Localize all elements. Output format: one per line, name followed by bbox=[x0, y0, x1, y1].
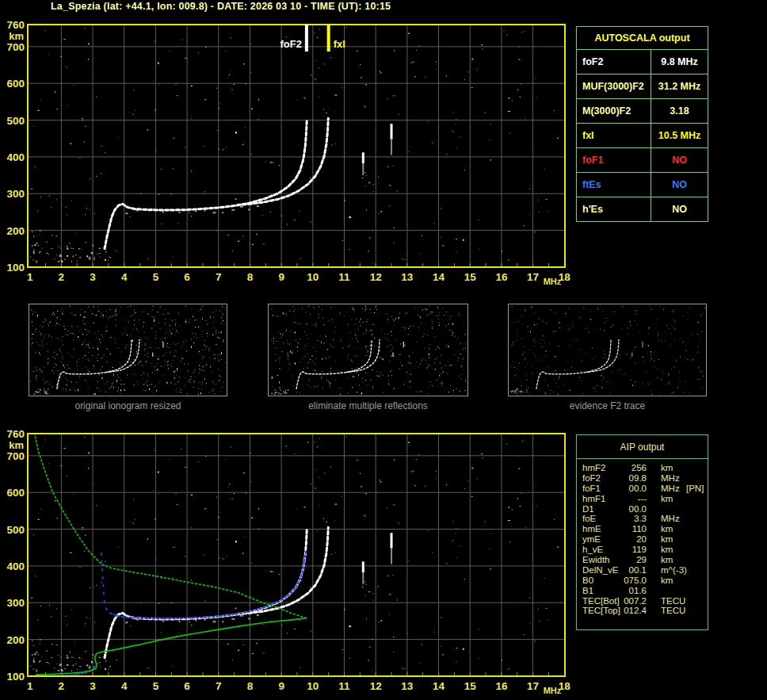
x-tick-label: 11 bbox=[338, 271, 350, 283]
x-tick-label: 3 bbox=[90, 680, 96, 692]
autoscala-param-label: foF2 bbox=[577, 50, 651, 74]
aip-row: hmF1---km bbox=[577, 494, 708, 504]
autoscala-param-label: fxI bbox=[577, 124, 651, 147]
autoscala-param-label: h'Es bbox=[577, 197, 651, 221]
marker-label-foF2: foF2 bbox=[280, 38, 301, 50]
aip-param-label: foE bbox=[582, 514, 596, 524]
y-tick-label: 400 bbox=[6, 560, 25, 572]
profile-plot-bottom: 123456789101112131415161718MHz7607006005… bbox=[0, 430, 574, 698]
thumbnail-caption-3: evidence F2 trace bbox=[508, 400, 707, 411]
x-tick-label: 7 bbox=[216, 680, 222, 692]
y-tick-label: 500 bbox=[6, 524, 25, 536]
x-tick-label: 13 bbox=[401, 271, 414, 283]
aip-row: D100.0 bbox=[577, 504, 708, 514]
aip-param-label: hmE bbox=[582, 524, 601, 534]
autoscala-param-value: NO bbox=[651, 148, 708, 172]
aip-param-label: h_vE bbox=[582, 545, 603, 555]
aip-row: DelN_vE00.1m^(-3) bbox=[577, 565, 708, 576]
x-tick-label: 16 bbox=[495, 680, 508, 692]
aip-param-unit: km bbox=[661, 576, 673, 586]
x-tick-label: 10 bbox=[307, 680, 319, 692]
autoscala-param-label: MUF(3000)F2 bbox=[577, 75, 651, 98]
y-axis-unit-label: km bbox=[9, 30, 24, 42]
x-tick-label: 1 bbox=[27, 271, 33, 283]
x-tick-label: 9 bbox=[278, 680, 284, 692]
x-tick-label: 2 bbox=[59, 271, 65, 283]
aip-panel-title: AIP output bbox=[577, 435, 708, 459]
autoscala-row: fxI10.5 MHz bbox=[577, 124, 708, 148]
autoscala-panel-title: AUTOSCALA output bbox=[577, 27, 708, 50]
aip-param-value: 01.6 bbox=[612, 586, 647, 596]
aip-param-unit: km bbox=[661, 463, 673, 473]
aip-param-label: ymE bbox=[582, 534, 601, 545]
aip-param-label: B1 bbox=[582, 586, 593, 596]
autoscala-param-label: ftEs bbox=[577, 173, 651, 197]
autoscala-rows: foF29.8 MHzMUF(3000)F231.2 MHzM(3000)F23… bbox=[577, 50, 708, 221]
aip-param-unit: TECU bbox=[661, 596, 685, 606]
y-tick-label: 300 bbox=[6, 188, 25, 200]
x-tick-label: 8 bbox=[247, 271, 254, 283]
aip-row: hmE110km bbox=[577, 524, 708, 534]
aip-param-value: 29 bbox=[612, 555, 647, 565]
x-tick-label: 12 bbox=[370, 271, 382, 283]
x-tick-label: 7 bbox=[216, 271, 222, 283]
aip-param-unit: MHz bbox=[661, 514, 680, 524]
x-tick-label: 6 bbox=[184, 271, 190, 283]
x-tick-label: 8 bbox=[247, 680, 254, 692]
x-tick-label: 17 bbox=[527, 680, 539, 692]
aip-param-value: 00.0 bbox=[612, 504, 647, 514]
aip-param-value: 3.3 bbox=[612, 514, 647, 524]
marker-label-fxI: fxI bbox=[334, 38, 345, 50]
y-tick-label: 600 bbox=[6, 78, 25, 90]
aip-param-label: hmF2 bbox=[582, 463, 605, 473]
aip-param-unit: TECU bbox=[661, 606, 685, 616]
aip-param-unit: km bbox=[661, 494, 673, 504]
y-tick-label: 300 bbox=[6, 597, 25, 609]
aip-param-value: 00.0 bbox=[612, 484, 647, 494]
aip-param-value: 075.0 bbox=[612, 576, 647, 586]
x-tick-label: 9 bbox=[278, 271, 284, 283]
x-tick-label: 12 bbox=[370, 680, 382, 692]
aip-param-unit: km bbox=[661, 545, 673, 555]
x-tick-label: 10 bbox=[307, 271, 319, 283]
aip-row: foF209.8MHz bbox=[577, 473, 708, 484]
aip-row: ymE20km bbox=[577, 534, 708, 545]
y-tick-label: 760 bbox=[6, 20, 25, 31]
y-tick-label: 700 bbox=[6, 450, 25, 462]
aip-param-unit: km bbox=[661, 534, 673, 545]
aip-param-label: B0 bbox=[582, 576, 593, 586]
aip-param-label: foF1 bbox=[582, 484, 601, 494]
x-axis-unit-label: MHz bbox=[544, 686, 562, 695]
y-tick-label: 100 bbox=[6, 262, 25, 273]
x-tick-label: 5 bbox=[153, 271, 159, 283]
y-tick-label: 600 bbox=[6, 487, 25, 499]
aip-param-unit: m^(-3) bbox=[661, 565, 687, 576]
aip-param-value: 119 bbox=[612, 545, 647, 555]
x-tick-label: 1 bbox=[27, 680, 33, 692]
x-axis-unit-label: MHz bbox=[544, 277, 562, 286]
aip-param-value: 00.1 bbox=[612, 565, 647, 576]
x-tick-label: 13 bbox=[401, 680, 414, 692]
aip-param-value: 09.8 bbox=[612, 473, 647, 484]
x-tick-label: 5 bbox=[153, 680, 159, 692]
x-tick-label: 14 bbox=[433, 271, 445, 283]
x-tick-label: 4 bbox=[121, 680, 128, 692]
x-tick-label: 3 bbox=[90, 271, 96, 283]
aip-param-label: Ewidth bbox=[582, 555, 610, 565]
x-tick-label: 6 bbox=[184, 680, 190, 692]
aip-param-value: 20 bbox=[612, 534, 647, 545]
aip-param-unit: km bbox=[661, 555, 673, 565]
y-tick-label: 500 bbox=[6, 115, 25, 127]
autoscala-row: M(3000)F23.18 bbox=[577, 99, 708, 124]
thumbnail-eliminate-reflections bbox=[268, 304, 468, 396]
x-tick-label: 15 bbox=[464, 680, 477, 692]
aip-param-label: foF2 bbox=[582, 473, 601, 484]
aip-param-value: 256 bbox=[612, 463, 647, 473]
autoscala-row: foF29.8 MHz bbox=[577, 50, 708, 75]
y-tick-label: 200 bbox=[6, 225, 25, 237]
x-tick-label: 2 bbox=[59, 680, 65, 692]
autoscala-row: ftEsNO bbox=[577, 173, 708, 197]
aip-param-label: D1 bbox=[582, 504, 594, 514]
x-tick-label: 14 bbox=[433, 680, 445, 692]
aip-output-panel: AIP output hmF2256kmfoF209.8MHzfoF100.0M… bbox=[576, 434, 708, 630]
